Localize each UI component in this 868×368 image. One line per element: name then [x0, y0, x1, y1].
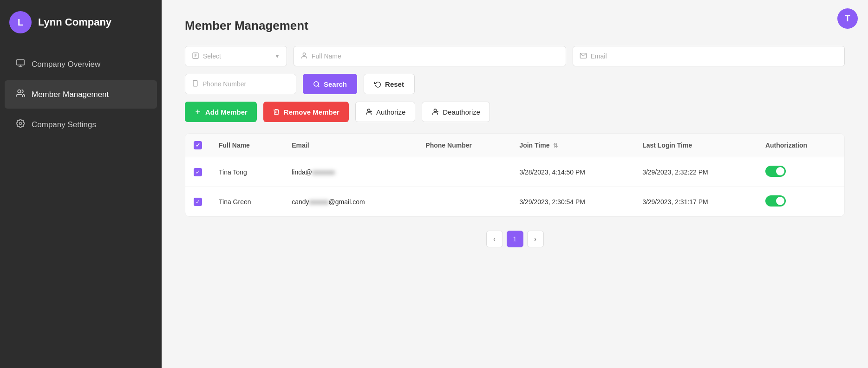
email-input[interactable] [591, 52, 838, 60]
company-avatar: L [9, 11, 32, 33]
row-1-jointime: 3/28/2023, 4:14:50 PM [511, 157, 634, 187]
deauthorize-button[interactable]: Deauthorize [422, 102, 490, 122]
phone-input-wrapper [185, 74, 296, 94]
sidebar-item-company-overview-label: Company Overview [32, 60, 100, 69]
row-2-email: candyxxxxxx@gmail.com [283, 187, 417, 217]
row-2-toggle[interactable] [765, 195, 786, 207]
phone-input[interactable] [202, 80, 289, 88]
row-1-checkbox[interactable]: ✓ [194, 168, 202, 176]
phone-icon [192, 80, 199, 88]
col-email: Email [283, 134, 417, 157]
row-1-phone [417, 157, 511, 187]
select-all-checkbox[interactable]: ✓ [194, 141, 202, 149]
company-overview-icon [16, 58, 25, 70]
sidebar-item-company-settings-label: Company Settings [32, 120, 96, 129]
reset-button-label: Reset [385, 80, 404, 88]
sidebar-nav: Company Overview Member Management Compa… [0, 45, 162, 144]
sidebar-item-member-management[interactable]: Member Management [5, 80, 157, 109]
table-row: ✓ Tina Tong linda@xxxxxxx 3/28/2023, 4:1… [185, 157, 844, 187]
select-icon [192, 52, 199, 61]
svg-line-14 [318, 85, 319, 87]
page-1-button[interactable]: 1 [507, 231, 523, 247]
svg-point-9 [303, 53, 305, 55]
row-1-email-blurred: xxxxxxx [312, 168, 335, 176]
svg-point-3 [18, 90, 21, 93]
search-button-label: Search [324, 80, 347, 88]
authorize-label: Authorize [376, 108, 405, 116]
fullname-input-wrapper [294, 46, 566, 66]
svg-point-4 [20, 123, 22, 125]
col-lastlogin: Last Login Time [634, 134, 757, 157]
sidebar-header: L Lynn Company [0, 0, 162, 45]
company-name: Lynn Company [38, 16, 111, 28]
remove-member-button[interactable]: Remove Member [263, 102, 349, 122]
top-right-avatar[interactable]: T [837, 8, 858, 29]
row-2-email-blurred: xxxxxx [309, 198, 329, 206]
row-2-authorization [757, 187, 844, 217]
row-1-authorization [757, 157, 844, 187]
filter-row-1: Select ▼ [185, 46, 845, 66]
svg-rect-0 [17, 60, 25, 65]
members-table: ✓ Full Name Email Phone Number Join Time… [185, 133, 845, 217]
action-row: Add Member Remove Member Authorize Deaut… [185, 102, 845, 122]
col-jointime[interactable]: Join Time ⇅ [511, 134, 634, 157]
row-2-lastlogin: 3/29/2023, 2:31:17 PM [634, 187, 757, 217]
svg-point-17 [367, 109, 370, 111]
row-1-toggle-track [765, 166, 786, 177]
row-1-fullname: Tina Tong [210, 157, 283, 187]
svg-point-13 [314, 81, 319, 86]
svg-point-20 [434, 109, 437, 111]
fullname-input[interactable] [312, 52, 559, 60]
col-fullname: Full Name [210, 134, 283, 157]
table-row: ✓ Tina Green candyxxxxxx@gmail.com 3/29/… [185, 187, 844, 217]
row-1-toggle[interactable] [765, 166, 786, 177]
main-content: Member Management Select ▼ [162, 0, 868, 368]
person-icon [300, 52, 308, 61]
row-1-email: linda@xxxxxxx [283, 157, 417, 187]
sidebar-item-company-overview[interactable]: Company Overview [5, 50, 157, 78]
pagination: ‹ 1 › [185, 231, 845, 247]
add-member-label: Add Member [205, 108, 248, 116]
col-phone: Phone Number [417, 134, 511, 157]
reset-button[interactable]: Reset [364, 74, 415, 94]
row-2-phone [417, 187, 511, 217]
page-title: Member Management [185, 19, 845, 33]
email-input-wrapper [573, 46, 845, 66]
col-authorization: Authorization [757, 134, 844, 157]
row-2-toggle-thumb [776, 197, 784, 205]
search-button[interactable]: Search [303, 74, 357, 94]
row-2-toggle-track [765, 195, 786, 207]
deauthorize-label: Deauthorize [443, 108, 480, 116]
prev-page-button[interactable]: ‹ [486, 231, 503, 247]
row-2-jointime: 3/29/2023, 2:30:54 PM [511, 187, 634, 217]
authorize-button[interactable]: Authorize [355, 102, 415, 122]
sort-icon: ⇅ [553, 142, 558, 149]
chevron-down-icon: ▼ [274, 53, 280, 59]
row-1-lastlogin: 3/29/2023, 2:32:22 PM [634, 157, 757, 187]
member-management-icon [16, 89, 25, 100]
sidebar-item-member-management-label: Member Management [32, 90, 109, 99]
email-icon [580, 52, 587, 61]
next-page-button[interactable]: › [527, 231, 544, 247]
row-2-checkbox[interactable]: ✓ [194, 198, 202, 206]
add-member-button[interactable]: Add Member [185, 102, 257, 122]
company-settings-icon [16, 119, 25, 130]
row-1-toggle-thumb [776, 167, 784, 175]
role-select[interactable]: Select [203, 52, 271, 60]
remove-member-label: Remove Member [284, 108, 339, 116]
sidebar: L Lynn Company Company Overview Member M… [0, 0, 162, 368]
row-2-fullname: Tina Green [210, 187, 283, 217]
sidebar-item-company-settings[interactable]: Company Settings [5, 110, 157, 139]
role-select-wrapper[interactable]: Select ▼ [185, 46, 287, 66]
filter-row-2: Search Reset [185, 74, 845, 94]
